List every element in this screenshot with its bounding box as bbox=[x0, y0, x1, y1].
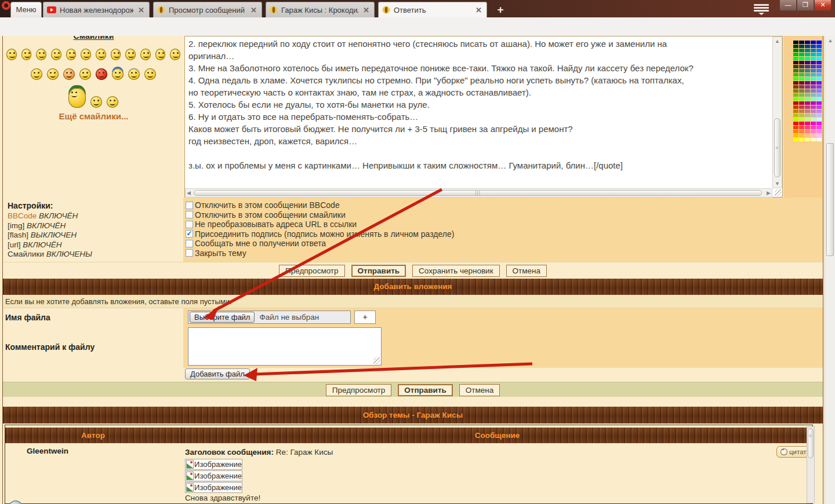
palette-color[interactable] bbox=[816, 97, 822, 101]
tab-4-active[interactable]: Ответить ✕ bbox=[378, 2, 487, 17]
bbcode-link[interactable]: BBCode bbox=[8, 211, 37, 220]
palette-color[interactable] bbox=[816, 73, 822, 76]
palette-color[interactable] bbox=[811, 134, 816, 137]
palette-color[interactable] bbox=[811, 49, 816, 52]
color-palette[interactable] bbox=[793, 41, 822, 141]
smiley-facepalm-icon[interactable] bbox=[96, 49, 106, 60]
checkbox-no-urls[interactable] bbox=[186, 221, 193, 228]
palette-color[interactable] bbox=[805, 77, 810, 81]
palette-color[interactable] bbox=[816, 109, 822, 113]
palette-color[interactable] bbox=[816, 49, 822, 52]
palette-color[interactable] bbox=[793, 89, 798, 93]
smiley-builder-icon[interactable] bbox=[128, 68, 140, 80]
smiley-wink-icon[interactable] bbox=[125, 49, 136, 60]
palette-color[interactable] bbox=[816, 126, 822, 129]
palette-color[interactable] bbox=[793, 97, 798, 101]
tab-menu-icon[interactable] bbox=[754, 4, 769, 13]
checkbox-lock-topic[interactable] bbox=[186, 249, 193, 257]
palette-color[interactable] bbox=[799, 101, 804, 105]
smiley-tongue-icon[interactable] bbox=[79, 68, 91, 80]
smiley-blush-icon[interactable] bbox=[63, 68, 75, 80]
editor-vscrollbar[interactable]: ▲ ≡ ▼ bbox=[772, 36, 782, 188]
palette-color[interactable] bbox=[816, 89, 822, 93]
message-textarea[interactable]: 2. переклюк передний по ходу стоит от не… bbox=[184, 36, 783, 198]
palette-color[interactable] bbox=[793, 122, 798, 125]
checkbox-attach-signature[interactable]: ✓ bbox=[186, 230, 193, 238]
smiley-devil-icon[interactable] bbox=[96, 68, 107, 80]
palette-color[interactable] bbox=[811, 69, 816, 72]
smiley-shocked-icon[interactable] bbox=[81, 49, 91, 60]
palette-color[interactable] bbox=[811, 138, 816, 141]
restore-button[interactable]: ❐ bbox=[797, 0, 814, 11]
palette-color[interactable] bbox=[805, 61, 810, 64]
palette-color[interactable] bbox=[811, 85, 816, 89]
palette-color[interactable] bbox=[816, 45, 822, 48]
palette-color[interactable] bbox=[793, 49, 798, 52]
palette-color[interactable] bbox=[793, 53, 798, 56]
scroll-up-arrow[interactable]: ▲ bbox=[773, 37, 782, 45]
palette-color[interactable] bbox=[799, 138, 804, 141]
smiley-cool-icon[interactable] bbox=[155, 49, 166, 60]
palette-color[interactable] bbox=[816, 57, 822, 60]
palette-color[interactable] bbox=[816, 101, 822, 105]
smiley-soldier-icon[interactable] bbox=[68, 88, 86, 108]
checkbox-disable-smilies[interactable] bbox=[186, 211, 193, 218]
palette-color[interactable] bbox=[811, 130, 816, 133]
add-file-button[interactable]: Добавить файл bbox=[185, 368, 250, 379]
palette-color[interactable] bbox=[805, 49, 810, 52]
smiley-laugh-icon[interactable] bbox=[36, 49, 46, 60]
palette-color[interactable] bbox=[816, 77, 822, 81]
review-scroll-thumb[interactable]: ≡ bbox=[808, 428, 814, 458]
smiley-smile-icon[interactable] bbox=[21, 49, 32, 60]
palette-color[interactable] bbox=[816, 138, 822, 141]
palette-color[interactable] bbox=[816, 134, 822, 137]
broken-image-link[interactable]: Изображение bbox=[185, 482, 242, 493]
page-scroll-thumb[interactable] bbox=[826, 143, 834, 256]
palette-color[interactable] bbox=[816, 118, 822, 121]
smiley-whistle-icon[interactable] bbox=[90, 96, 102, 108]
palette-color[interactable] bbox=[799, 109, 804, 113]
preview-button[interactable]: Предпросмотр bbox=[279, 265, 345, 277]
palette-color[interactable] bbox=[805, 85, 810, 89]
palette-color[interactable] bbox=[816, 61, 822, 64]
palette-color[interactable] bbox=[811, 126, 816, 129]
palette-color[interactable] bbox=[793, 65, 798, 68]
file-comment-textarea[interactable] bbox=[188, 327, 382, 366]
palette-color[interactable] bbox=[811, 53, 816, 56]
palette-color[interactable] bbox=[793, 118, 798, 121]
palette-color[interactable] bbox=[805, 81, 810, 85]
palette-color[interactable] bbox=[799, 81, 804, 85]
tab-close-icon[interactable]: ✕ bbox=[474, 6, 483, 14]
palette-color[interactable] bbox=[811, 89, 816, 93]
palette-color[interactable] bbox=[805, 138, 810, 141]
palette-color[interactable] bbox=[805, 41, 810, 44]
palette-color[interactable] bbox=[793, 57, 798, 60]
minimize-button[interactable]: — bbox=[779, 0, 797, 11]
palette-color[interactable] bbox=[805, 73, 810, 76]
palette-color[interactable] bbox=[793, 138, 798, 141]
scroll-left-arrow[interactable]: ◀ bbox=[187, 189, 191, 197]
palette-color[interactable] bbox=[805, 97, 810, 101]
scroll-down-arrow[interactable]: ▼ bbox=[773, 180, 782, 188]
palette-color[interactable] bbox=[799, 97, 804, 101]
smiley-rolleyes-icon[interactable] bbox=[140, 49, 151, 60]
palette-color[interactable] bbox=[799, 134, 804, 137]
palette-color[interactable] bbox=[799, 77, 804, 81]
palette-color[interactable] bbox=[799, 61, 804, 64]
checkbox-disable-bbcode[interactable] bbox=[186, 202, 193, 209]
palette-color[interactable] bbox=[811, 101, 816, 105]
palette-color[interactable] bbox=[799, 41, 804, 44]
palette-color[interactable] bbox=[793, 126, 798, 129]
file-input[interactable]: Выберите файл Файл не выбран bbox=[188, 311, 351, 324]
palette-color[interactable] bbox=[816, 114, 822, 117]
editor-hscroll-thumb[interactable]: ||| bbox=[194, 190, 762, 196]
palette-color[interactable] bbox=[793, 69, 798, 72]
palette-color[interactable] bbox=[799, 49, 804, 52]
palette-color[interactable] bbox=[793, 105, 798, 109]
palette-color[interactable] bbox=[799, 53, 804, 56]
scroll-right-arrow[interactable]: ▶ bbox=[767, 189, 771, 197]
palette-color[interactable] bbox=[793, 73, 798, 76]
palette-color[interactable] bbox=[793, 114, 798, 117]
palette-color[interactable] bbox=[811, 65, 816, 68]
palette-color[interactable] bbox=[811, 97, 816, 101]
